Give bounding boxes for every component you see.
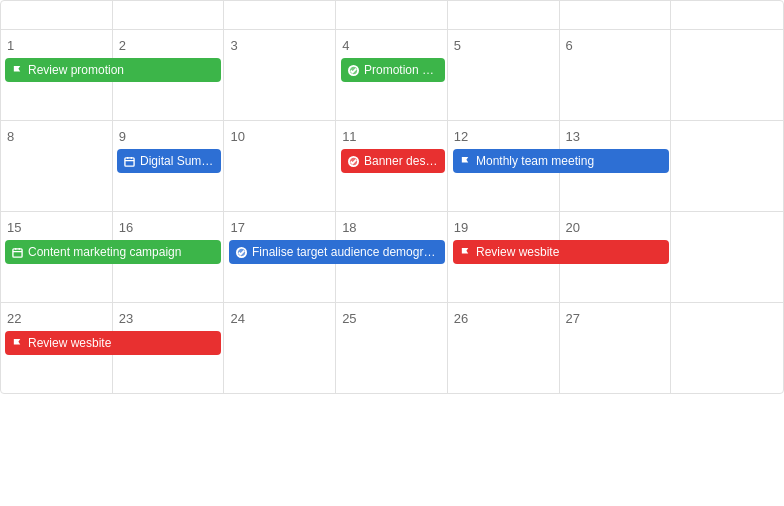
event-label: Finalise target audience demographics bbox=[252, 245, 438, 259]
day-number: 10 bbox=[230, 129, 329, 144]
day-number: 9 bbox=[119, 129, 218, 144]
day-number: 23 bbox=[119, 311, 218, 326]
day-number: 25 bbox=[342, 311, 441, 326]
calendar-event[interactable]: Finalise target audience demographics bbox=[229, 240, 445, 264]
check-icon bbox=[348, 156, 359, 167]
day-cell: 25 bbox=[336, 303, 448, 393]
calendar-event[interactable]: Review wesbite bbox=[453, 240, 669, 264]
day-number: 4 bbox=[342, 38, 441, 53]
week-row-0: 123456Review promotionPromotion chec... bbox=[1, 30, 783, 121]
day-cell: 8 bbox=[1, 121, 113, 211]
day-number: 12 bbox=[454, 129, 553, 144]
day-number: 19 bbox=[454, 220, 553, 235]
header-tue bbox=[113, 1, 225, 29]
calendar-event[interactable]: Digital Summit bbox=[117, 149, 221, 173]
day-number: 26 bbox=[454, 311, 553, 326]
day-cell bbox=[671, 212, 783, 302]
flag-icon bbox=[12, 65, 23, 76]
day-cell: 24 bbox=[224, 303, 336, 393]
calendar-event[interactable]: Review wesbite bbox=[5, 331, 221, 355]
day-cell: 10 bbox=[224, 121, 336, 211]
calendar-event[interactable]: Monthly team meeting bbox=[453, 149, 669, 173]
calendar-icon bbox=[124, 156, 135, 167]
day-cell bbox=[671, 30, 783, 120]
day-number: 6 bbox=[566, 38, 665, 53]
day-cell bbox=[671, 121, 783, 211]
header-wed bbox=[224, 1, 336, 29]
event-label: Review wesbite bbox=[476, 245, 559, 259]
calendar-header bbox=[1, 1, 783, 30]
day-number: 18 bbox=[342, 220, 441, 235]
svg-rect-1 bbox=[125, 157, 134, 165]
event-label: Review wesbite bbox=[28, 336, 111, 350]
week-row-3: 222324252627Review wesbite bbox=[1, 303, 783, 393]
svg-rect-6 bbox=[13, 248, 22, 256]
day-number: 5 bbox=[454, 38, 553, 53]
day-number: 8 bbox=[7, 129, 106, 144]
week-row-1: 8910111213Digital SummitBanner designMon… bbox=[1, 121, 783, 212]
header-thu bbox=[336, 1, 448, 29]
flag-icon bbox=[460, 247, 471, 258]
day-number: 17 bbox=[230, 220, 329, 235]
day-cell: 26 bbox=[448, 303, 560, 393]
day-cell: 6 bbox=[560, 30, 672, 120]
day-cell bbox=[671, 303, 783, 393]
check-icon bbox=[348, 65, 359, 76]
header-mon bbox=[1, 1, 113, 29]
day-number: 13 bbox=[566, 129, 665, 144]
day-number: 22 bbox=[7, 311, 106, 326]
event-label: Digital Summit bbox=[140, 154, 214, 168]
day-number: 1 bbox=[7, 38, 106, 53]
day-number: 27 bbox=[566, 311, 665, 326]
calendar-icon bbox=[12, 247, 23, 258]
day-number: 2 bbox=[119, 38, 218, 53]
flag-icon bbox=[460, 156, 471, 167]
calendar: 123456Review promotionPromotion chec...8… bbox=[0, 0, 784, 394]
calendar-event[interactable]: Content marketing campaign bbox=[5, 240, 221, 264]
event-label: Banner design bbox=[364, 154, 438, 168]
header-sun bbox=[671, 1, 783, 29]
header-sat bbox=[560, 1, 672, 29]
calendar-event[interactable]: Promotion chec... bbox=[341, 58, 445, 82]
day-number: 11 bbox=[342, 129, 441, 144]
calendar-event[interactable]: Banner design bbox=[341, 149, 445, 173]
day-number: 24 bbox=[230, 311, 329, 326]
event-label: Content marketing campaign bbox=[28, 245, 181, 259]
header-fri bbox=[448, 1, 560, 29]
flag-icon bbox=[12, 338, 23, 349]
day-cell: 27 bbox=[560, 303, 672, 393]
week-row-2: 151617181920Content marketing campaignFi… bbox=[1, 212, 783, 303]
calendar-body: 123456Review promotionPromotion chec...8… bbox=[1, 30, 783, 393]
event-label: Monthly team meeting bbox=[476, 154, 594, 168]
calendar-event[interactable]: Review promotion bbox=[5, 58, 221, 82]
event-label: Review promotion bbox=[28, 63, 124, 77]
day-cell: 5 bbox=[448, 30, 560, 120]
day-number: 16 bbox=[119, 220, 218, 235]
day-number: 20 bbox=[566, 220, 665, 235]
day-number: 15 bbox=[7, 220, 106, 235]
day-cell: 3 bbox=[224, 30, 336, 120]
check-icon bbox=[236, 247, 247, 258]
event-label: Promotion chec... bbox=[364, 63, 438, 77]
day-number: 3 bbox=[230, 38, 329, 53]
